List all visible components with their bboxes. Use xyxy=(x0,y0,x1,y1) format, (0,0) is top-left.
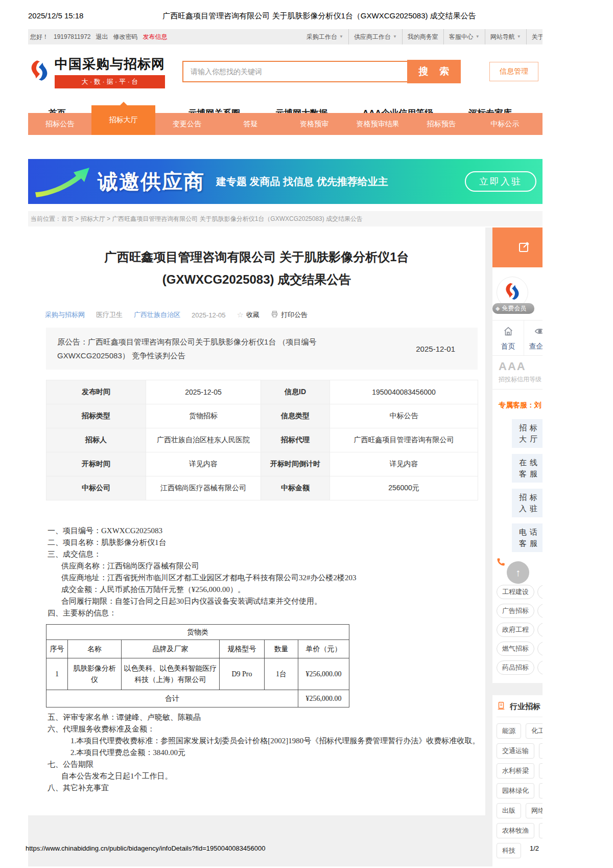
industry-tag[interactable]: 园林绿化 xyxy=(497,783,534,798)
menu-about-us[interactable]: 关于我们 xyxy=(527,29,543,44)
search-input[interactable] xyxy=(182,61,407,82)
meta-region-link[interactable]: 广西壮族自治区 xyxy=(134,310,180,319)
sidebar-item-bid-hall[interactable]: 招标大厅 xyxy=(512,419,543,448)
goods-table-caption: 货物类 xyxy=(46,625,349,640)
industry-tag[interactable]: 轻工 xyxy=(539,823,543,838)
industry-title: 行业招标 xyxy=(510,702,540,712)
table-row: 招标人广西壮族自治区桂东人民医院 招标代理广西旺鑫项目管理咨询有限公司 xyxy=(46,428,478,452)
category-pill[interactable]: 油气 xyxy=(537,642,543,656)
tab-bid-hall[interactable]: 招标大厅 xyxy=(91,105,155,135)
article-meta: 采购与招标网 医疗卫生 广西壮族自治区 2025-12-05 ☆收藏 打印公告 xyxy=(45,310,485,319)
industry-card: 行业招标 能源化工 交通运输机械 水利桥梁冶金 园林绿化市政 出版网络通信 农林… xyxy=(492,695,543,866)
phone-icon[interactable] xyxy=(497,557,506,568)
breadcrumb[interactable]: 当前位置：首页 > 招标大厅 > 广西旺鑫项目管理咨询有限公司 关于肌肤影像分析… xyxy=(28,211,543,226)
body-line: 一、项目编号：GXWXCG2025083 xyxy=(48,525,485,537)
tab-bid-preview[interactable]: 招标预告 xyxy=(410,113,473,135)
username: 19197811972 xyxy=(54,29,91,44)
logout-link[interactable]: 退出 xyxy=(96,29,108,44)
goods-table-header: 序号 名称 品牌及厂家 规格型号 数量 单价（元） xyxy=(46,640,349,658)
tab-bid-announcement[interactable]: 招标公告 xyxy=(28,113,91,135)
sidebar-item-bid-join[interactable]: 招标入驻 xyxy=(512,489,543,517)
industry-tag[interactable]: 农林牧渔 xyxy=(497,823,534,838)
edit-icon xyxy=(518,241,530,255)
table-row: 中标公司江西锦尚医疗器械有限公司 中标金额256000元 xyxy=(46,476,478,500)
category-pill[interactable]: 广告招标 xyxy=(497,604,534,618)
original-announcement[interactable]: 原公告：广西旺鑫项目管理咨询有限公司关于肌肤影像分析仪1台 （项目编号 GXWX… xyxy=(46,328,478,370)
menu-site-nav[interactable]: 网站导航▼ xyxy=(485,29,527,44)
print-button[interactable]: 打印公告 xyxy=(271,310,308,319)
sidebar-item-phone-service[interactable]: 电话客服 xyxy=(512,523,543,552)
industry-tag[interactable]: 市政 xyxy=(539,783,543,798)
chevron-down-icon: ▼ xyxy=(476,29,480,44)
banner-headline: 诚邀供应商 xyxy=(98,168,205,196)
user-bar: 您好！ 19197811972 退出 修改密码 发布信息 采购工作台▼ 供应商工… xyxy=(28,29,543,44)
greeting-text: 您好！ xyxy=(30,29,49,44)
banner-subline: 建专题 发商品 找信息 优先推荐给业主 xyxy=(216,175,388,189)
member-badge: ◆免费会员 xyxy=(492,303,534,314)
menu-supplier-workbench[interactable]: 供应商工作台▼ xyxy=(349,29,403,44)
tab-winner-publicity[interactable]: 中标公示 xyxy=(473,113,536,135)
category-pill[interactable]: 工程建设 xyxy=(497,585,534,599)
body-line: 七、公告期限 xyxy=(48,759,485,770)
sidebar-menu: 招标大厅 在线客服 招标入驻 电话客服 xyxy=(492,419,543,552)
category-pill[interactable]: 燃气招标 xyxy=(497,642,534,656)
publish-panel[interactable] xyxy=(492,227,543,267)
site-name: 中国采购与招标网 xyxy=(55,55,165,73)
category-pill[interactable]: 政府工程 xyxy=(497,623,534,637)
print-footer: https://www.chinabidding.cn/public/bidag… xyxy=(26,844,539,852)
category-pill[interactable]: 市政 xyxy=(537,585,543,599)
sidebar-item-online-service[interactable]: 在线客服 xyxy=(512,454,543,483)
announcement-article: 广西旺鑫项目管理咨询有限公司 关于肌肤影像分析仪1台 (GXWXCG202508… xyxy=(28,227,485,815)
industry-tag[interactable]: 交通运输 xyxy=(497,743,534,759)
chevron-down-icon: ▼ xyxy=(393,29,397,44)
sidebar-item-home[interactable]: 首页 xyxy=(492,321,524,355)
aaa-credit-block[interactable]: AAA 招投标信用等级 xyxy=(492,356,543,390)
category-pills: 工程建设市政 广告招标电力 政府工程水利 燃气招标油气 药品招标特种 xyxy=(492,585,543,675)
category-pill[interactable]: 药品招标 xyxy=(497,660,534,675)
tab-prequalification-result[interactable]: 资格预审结果 xyxy=(346,113,409,135)
industry-tags: 能源化工 交通运输机械 水利桥梁冶金 园林绿化市政 出版网络通信 农林牧渔轻工 … xyxy=(497,723,543,858)
logo-swirl-icon xyxy=(28,59,51,84)
logo-swirl-icon xyxy=(503,282,522,303)
industry-tag[interactable]: 机械 xyxy=(539,743,543,759)
favorite-button[interactable]: ☆收藏 xyxy=(237,310,260,319)
category-pill[interactable]: 水利 xyxy=(537,623,543,637)
industry-tag[interactable]: 能源 xyxy=(497,723,521,739)
industry-tag[interactable]: 化工 xyxy=(526,723,543,739)
publish-info-link[interactable]: 发布信息 xyxy=(143,29,168,44)
tab-change-announcement[interactable]: 变更公告 xyxy=(155,113,219,135)
menu-buyer-workbench[interactable]: 采购工作台▼ xyxy=(301,29,349,44)
print-title: 广西旺鑫项目管理咨询有限公司 关于肌肤影像分析仪1台（GXWXCG2025083… xyxy=(77,11,562,21)
body-line: 供应商地址：江西省抚州市临川区才都工业园区才都电子科技有限公司32#办公楼2楼2… xyxy=(61,572,485,584)
change-password-link[interactable]: 修改密码 xyxy=(113,29,138,44)
table-row: 1 肌肤影像分析仪 以色美科、以色美科智能医疗科技（上海）有限公司 D9 Pro… xyxy=(46,658,349,690)
supplier-banner[interactable]: 诚邀供应商 建专题 发商品 找信息 优先推荐给业主 立即入驻 xyxy=(28,159,543,204)
tab-qa[interactable]: 答疑 xyxy=(219,113,282,135)
menu-my-office[interactable]: 我的商务室 xyxy=(403,29,444,44)
body-line: 二、项目名称：肌肤影像分析仪1台 xyxy=(48,537,485,549)
meta-category: 医疗卫生 xyxy=(96,310,123,319)
industry-tag[interactable]: 水利桥梁 xyxy=(497,763,534,779)
announcement-body-bottom: 五、评审专家名单：谭健峰、卢晓敏、陈颖晶 六、代理服务收费标准及金额： 1.本项… xyxy=(48,712,485,794)
industry-tag[interactable]: 出版 xyxy=(497,803,521,818)
search-button[interactable]: 搜 索 xyxy=(407,60,461,83)
meta-source-link[interactable]: 采购与招标网 xyxy=(45,310,85,319)
category-pill[interactable]: 电力 xyxy=(537,604,543,618)
page-number: 1/2 xyxy=(530,844,539,852)
join-now-button[interactable]: 立即入驻 xyxy=(465,171,536,192)
info-manage-button[interactable]: 信息管理 xyxy=(489,62,538,81)
announcement-body-top: 一、项目编号：GXWXCG2025083 二、项目名称：肌肤影像分析仪1台 三、… xyxy=(48,525,485,619)
menu-service-center[interactable]: 客服中心▼ xyxy=(444,29,485,44)
info-table: 发布时间2025-12-05 信息ID1950040083456000 招标类型… xyxy=(46,380,478,500)
industry-tag[interactable]: 冶金 xyxy=(539,763,543,779)
original-announcement-link[interactable]: 原公告：广西旺鑫项目管理咨询有限公司关于肌肤影像分析仪1台 （项目编号 GXWX… xyxy=(57,335,364,362)
site-logo[interactable]: 中国采购与招标网 大 · 数 · 据 · 平 · 台 xyxy=(28,55,175,88)
back-to-top-button[interactable]: ↑ xyxy=(507,561,529,584)
chevron-down-icon: ▼ xyxy=(517,29,521,44)
print-datetime: 2025/12/5 15:18 xyxy=(28,11,83,20)
sidebar-item-company-lookup[interactable]: 查企业 xyxy=(524,321,543,355)
category-pill[interactable]: 特种 xyxy=(537,660,543,675)
tab-winner-announcement[interactable]: 中标公告 xyxy=(537,113,543,135)
industry-tag[interactable]: 网络通信 xyxy=(526,803,543,818)
tab-prequalification[interactable]: 资格预审 xyxy=(282,113,346,135)
